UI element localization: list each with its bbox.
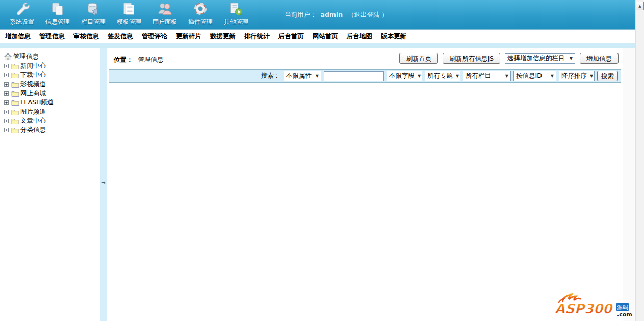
- menu-item-data-update[interactable]: 数据更新: [210, 32, 236, 41]
- expand-plus-icon[interactable]: +: [4, 110, 9, 114]
- search-keyword-input[interactable]: [324, 71, 384, 81]
- refresh-home-button[interactable]: 刷新首页: [399, 53, 438, 64]
- expand-plus-icon[interactable]: +: [4, 100, 9, 105]
- tree-label[interactable]: 影视频道: [20, 80, 46, 89]
- tree-label[interactable]: 新闻中心: [20, 62, 46, 70]
- menu-item-site-home[interactable]: 网站首页: [313, 32, 338, 41]
- menu-item-admin-map[interactable]: 后台地图: [347, 32, 372, 41]
- nav-label: 模板管理: [117, 18, 141, 26]
- tree-label[interactable]: 网上商城: [20, 89, 46, 98]
- search-bar: 搜索： 不限属性 ▼ 不限字段 ▼ 所有专题 ▼ 所有栏目 ▼ 按信息ID ▼: [109, 69, 621, 83]
- nav-column-management[interactable]: 栏目管理: [75, 1, 111, 29]
- logo-suffix: .com: [617, 311, 632, 318]
- nav-other-management[interactable]: 其他管理: [218, 1, 254, 29]
- tree-item-article-center: + 文章中心: [4, 117, 100, 125]
- asp300-logo[interactable]: ASP300 源码 .com: [554, 291, 633, 319]
- select-value: 选择增加信息的栏目: [507, 54, 565, 63]
- nav-system-settings[interactable]: 系统设置: [4, 1, 40, 29]
- expand-plus-icon[interactable]: +: [4, 64, 9, 68]
- search-label: 搜索：: [261, 72, 280, 81]
- nav-info-management[interactable]: 信息管理: [40, 1, 75, 29]
- expand-plus-icon[interactable]: +: [4, 119, 9, 123]
- logo-text: ASP300: [555, 301, 613, 316]
- menu-item-manage-comments[interactable]: 管理评论: [142, 32, 167, 41]
- scroll-up-icon[interactable]: ▲: [636, 2, 644, 10]
- sidebar-collapse-handle[interactable]: ◄: [100, 48, 107, 321]
- content-header: 位置：管理信息 刷新首页 刷新所有信息JS 选择增加信息的栏目 ▼ 增加信息: [107, 48, 623, 69]
- menu-item-review-info[interactable]: 审核信息: [73, 32, 99, 41]
- expand-plus-icon[interactable]: +: [4, 91, 9, 96]
- nav-label: 用户面板: [152, 18, 177, 26]
- current-user-name: admin: [321, 11, 343, 18]
- select-value: 所有栏目: [466, 72, 491, 81]
- select-value: 所有专题: [427, 72, 453, 81]
- refresh-all-js-button[interactable]: 刷新所有信息JS: [443, 53, 500, 64]
- database-icon: [86, 1, 101, 17]
- breadcrumb: 位置：管理信息: [114, 56, 164, 64]
- tree-root-label[interactable]: 管理信息: [13, 52, 39, 61]
- flame-icon: [563, 295, 580, 300]
- expand-plus-icon[interactable]: +: [4, 73, 9, 77]
- user-info: 当前用户：admin（退出登陆 ）: [285, 11, 388, 19]
- expand-plus-icon[interactable]: +: [4, 128, 9, 132]
- chevron-down-icon: ▼: [418, 74, 421, 78]
- folder-icon: [11, 72, 19, 78]
- search-orderdir-select[interactable]: 降序排序 ▼: [559, 71, 595, 81]
- menu-item-admin-home[interactable]: 后台首页: [278, 32, 304, 41]
- breadcrumb-value: 管理信息: [138, 56, 164, 63]
- folder-icon: [11, 118, 19, 124]
- add-info-column-select[interactable]: 选择增加信息的栏目 ▼: [505, 54, 575, 64]
- nav-label: 插件管理: [188, 18, 213, 26]
- logout-link[interactable]: （退出登陆 ）: [348, 11, 388, 18]
- add-info-button[interactable]: 增加信息: [580, 53, 619, 64]
- vertical-scrollbar[interactable]: ▲: [635, 0, 644, 321]
- nav-template-management[interactable]: 模板管理: [111, 1, 147, 29]
- tree-item-classified-info: + 分类信息: [4, 126, 100, 135]
- tree-label[interactable]: 图片频道: [20, 108, 46, 116]
- home-icon: [4, 53, 12, 61]
- nav-user-panel[interactable]: 用户面板: [147, 1, 183, 29]
- menu-item-sign-info[interactable]: 签发信息: [108, 32, 133, 41]
- tree-item-image-channel: + 图片频道: [4, 108, 100, 116]
- tree-label[interactable]: 分类信息: [20, 126, 46, 135]
- search-attribute-select[interactable]: 不限属性 ▼: [284, 71, 321, 81]
- chevron-down-icon: ▼: [456, 74, 459, 78]
- menu-item-add-info[interactable]: 增加信息: [5, 32, 31, 41]
- main-content: 位置：管理信息 刷新首页 刷新所有信息JS 选择增加信息的栏目 ▼ 增加信息 搜…: [107, 48, 623, 321]
- menu-item-update-fragments[interactable]: 更新碎片: [176, 32, 201, 41]
- select-value: 降序排序: [561, 72, 587, 81]
- chevron-down-icon: ▼: [570, 56, 573, 61]
- menu-item-version-update[interactable]: 版本更新: [381, 32, 406, 41]
- current-user-label: 当前用户：: [285, 11, 317, 18]
- search-button[interactable]: 搜索: [597, 71, 618, 81]
- search-field-select[interactable]: 不限字段 ▼: [387, 71, 422, 81]
- search-column-select[interactable]: 所有栏目 ▼: [463, 71, 511, 81]
- search-orderby-select[interactable]: 按信息ID ▼: [513, 71, 556, 81]
- tree-label[interactable]: FLASH频道: [20, 98, 54, 107]
- chevron-down-icon: ▼: [551, 74, 554, 78]
- collapse-left-icon: ◄: [101, 180, 105, 185]
- chevron-down-icon: ▼: [590, 74, 593, 78]
- nav-plugin-management[interactable]: 插件管理: [183, 1, 218, 29]
- tree-label[interactable]: 文章中心: [20, 117, 46, 125]
- folder-icon: [11, 63, 19, 69]
- sidebar-tree: 管理信息 + 新闻中心 + 下载中心 + 影视频道 + 网上商城 + FLASH…: [0, 48, 100, 321]
- header-nav: 系统设置 信息管理: [4, 1, 254, 29]
- chevron-down-icon: ▼: [505, 74, 508, 78]
- nav-label: 其他管理: [224, 18, 248, 26]
- expand-plus-icon[interactable]: +: [4, 82, 9, 87]
- doc-play-icon: [228, 1, 244, 17]
- right-gutter: [623, 48, 635, 321]
- search-topic-select[interactable]: 所有专题 ▼: [425, 71, 460, 81]
- menu-item-ranking-stats[interactable]: 排行统计: [244, 32, 270, 41]
- header-actions: 刷新首页 刷新所有信息JS 选择增加信息的栏目 ▼ 增加信息: [399, 53, 619, 64]
- users-icon: [157, 1, 172, 17]
- select-value: 不限字段: [389, 72, 415, 81]
- menubar: 增加信息 管理信息 审核信息 签发信息 管理评论 更新碎片 数据更新 排行统计 …: [0, 29, 635, 43]
- divider-strip: [0, 43, 635, 48]
- template-icon: [121, 1, 137, 17]
- lifering-icon: [193, 1, 208, 17]
- tree-label[interactable]: 下载中心: [20, 71, 46, 79]
- menu-item-manage-info[interactable]: 管理信息: [39, 32, 65, 41]
- select-value: 按信息ID: [516, 72, 542, 81]
